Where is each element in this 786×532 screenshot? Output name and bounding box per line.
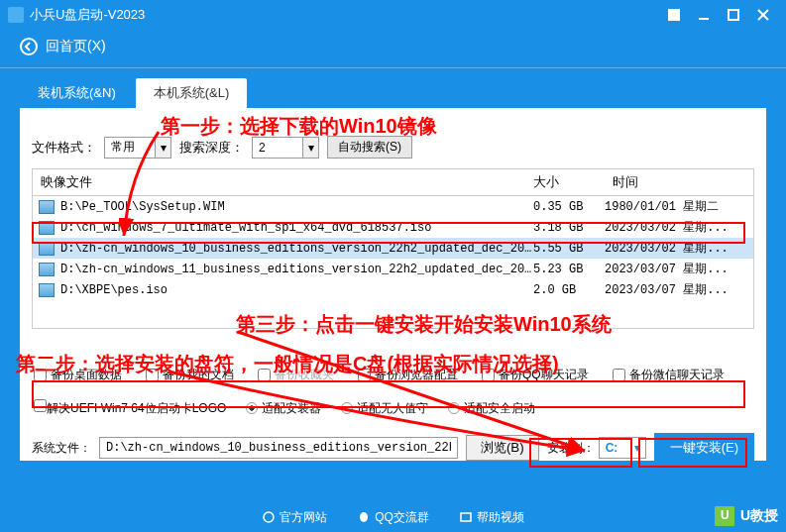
back-label: 回首页(X)	[46, 38, 106, 55]
file-format-select[interactable]: ▾	[104, 137, 171, 159]
window-title: 小兵U盘启动-V2023	[30, 6, 659, 24]
file-row[interactable]: B:\Pe_TOOL\SysSetup.WIM0.35 GB1980/01/01…	[33, 196, 753, 217]
file-row[interactable]: D:\XBPE\pes.iso2.0 GB2023/03/07 星期...	[33, 279, 753, 300]
file-size: 3.18 GB	[533, 221, 605, 235]
logo-icon	[713, 504, 736, 528]
chevron-down-icon: ▾	[302, 138, 318, 158]
svg-rect-1	[669, 14, 679, 16]
sysfile-input[interactable]	[99, 437, 458, 459]
file-icon	[39, 263, 55, 276]
install-drive-value	[600, 441, 629, 455]
svg-point-8	[360, 512, 368, 522]
file-name: D:\cn_windows_7_ultimate_with_sp1_x64_dv…	[60, 221, 533, 235]
check-backup-docs[interactable]: 备份我的文档	[146, 367, 234, 383]
minimize-icon[interactable]	[689, 5, 719, 25]
file-time: 2023/03/02 星期...	[605, 219, 747, 236]
search-depth-select[interactable]: ▾	[252, 137, 319, 159]
file-time: 2023/03/02 星期...	[605, 240, 747, 257]
app-icon	[8, 7, 24, 23]
radio-installer[interactable]: 适配安装器	[246, 400, 321, 417]
chevron-down-icon: ▾	[629, 438, 645, 458]
one-click-install-button[interactable]: 一键安装(E)	[654, 433, 754, 463]
close-icon[interactable]	[748, 5, 778, 25]
install-to-label: 安装到：	[547, 440, 595, 457]
footer-qq-group[interactable]: QQ交流群	[357, 509, 429, 526]
file-time: 1980/01/01 星期二	[605, 198, 747, 215]
file-row[interactable]: D:\cn_windows_7_ultimate_with_sp1_x64_dv…	[33, 217, 753, 238]
svg-rect-4	[729, 10, 738, 20]
header-image-file[interactable]: 映像文件	[33, 169, 525, 195]
file-row[interactable]: D:\zh-cn_windows_10_business_editions_ve…	[33, 238, 753, 259]
file-time: 2023/03/07 星期...	[605, 281, 747, 298]
footer-help-video[interactable]: 帮助视频	[459, 509, 524, 526]
svg-rect-9	[461, 513, 471, 521]
logo-text: U教授	[740, 507, 778, 525]
file-format-value	[105, 141, 155, 155]
file-size: 0.35 GB	[533, 200, 605, 214]
file-size: 5.23 GB	[533, 263, 605, 276]
auto-search-button[interactable]: 自动搜索(S)	[327, 136, 412, 159]
file-name: D:\zh-cn_windows_10_business_editions_ve…	[60, 242, 533, 256]
file-icon	[39, 200, 55, 214]
file-size: 5.55 GB	[533, 242, 605, 256]
check-backup-wechat[interactable]: 备份微信聊天记录	[613, 367, 725, 383]
header-time[interactable]: 时间	[605, 169, 753, 195]
back-button[interactable]: 回首页(X)	[0, 30, 786, 68]
file-name: B:\Pe_TOOL\SysSetup.WIM	[60, 200, 533, 214]
svg-rect-2	[669, 18, 679, 20]
file-row[interactable]: D:\zh-cn_windows_11_business_editions_ve…	[33, 259, 753, 279]
check-backup-qq[interactable]: 备份QQ聊天记录	[482, 367, 589, 383]
header-size[interactable]: 大小	[525, 169, 605, 195]
check-backup-browser[interactable]: 备份浏览器配置	[358, 367, 458, 383]
tab-local-system[interactable]: 本机系统(&L)	[136, 78, 248, 108]
svg-point-7	[264, 512, 274, 522]
file-name: D:\XBPE\pes.iso	[60, 283, 533, 297]
maximize-icon[interactable]	[719, 5, 748, 25]
install-drive-select[interactable]: ▾	[599, 437, 646, 459]
browse-button[interactable]: 浏览(B)	[466, 435, 539, 461]
sysfile-label: 系统文件：	[32, 440, 91, 457]
tab-install-system[interactable]: 装机系统(&N)	[20, 78, 134, 108]
file-icon	[39, 221, 55, 235]
search-depth-label: 搜索深度：	[179, 139, 244, 157]
logo-badge: U教授	[713, 504, 778, 528]
file-icon	[39, 283, 55, 297]
check-backup-fav[interactable]: 备份收藏夹	[258, 367, 334, 383]
file-size: 2.0 GB	[533, 283, 605, 297]
radio-unattended[interactable]: 适配无人值守	[341, 400, 428, 417]
back-arrow-icon	[20, 38, 38, 55]
settings-icon[interactable]	[659, 5, 689, 25]
file-name: D:\zh-cn_windows_11_business_editions_ve…	[60, 263, 533, 276]
file-format-label: 文件格式：	[32, 139, 96, 157]
radio-secure-boot[interactable]: 适配安全启动	[448, 400, 535, 417]
search-depth-value	[253, 141, 302, 155]
check-backup-desktop[interactable]: 备份桌面数据	[34, 367, 122, 383]
file-time: 2023/03/07 星期...	[605, 261, 747, 277]
check-uefi-win7[interactable]: 解决UEFI Win7 64位启动卡LOGO	[34, 399, 226, 417]
chevron-down-icon: ▾	[155, 138, 170, 158]
footer-official-site[interactable]: 官方网站	[262, 509, 327, 526]
svg-rect-0	[669, 10, 679, 12]
file-icon	[39, 242, 55, 256]
